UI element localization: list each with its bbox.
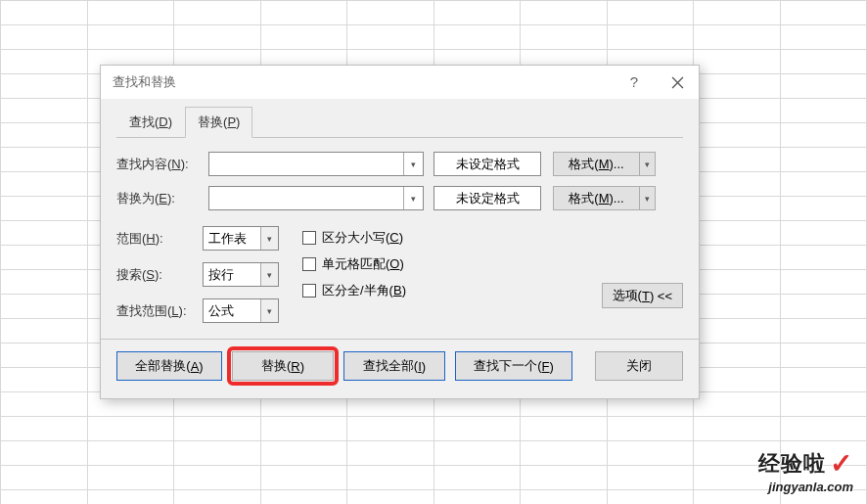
replace-button[interactable]: 替换(R)	[232, 351, 334, 381]
find-input-wrap: ▾	[208, 152, 424, 176]
match-case-checkbox[interactable]	[302, 231, 316, 245]
options-toggle-button[interactable]: 选项(T) <<	[602, 283, 683, 308]
check-icon: ✓	[830, 447, 853, 480]
replace-format-display: 未设定格式	[434, 186, 541, 210]
highlight-box	[227, 346, 339, 386]
dialog-titlebar[interactable]: 查找和替换 ?	[101, 66, 699, 99]
watermark-url: jingyanla.com	[758, 480, 853, 494]
match-cell-check[interactable]: 单元格匹配(O)	[302, 255, 406, 273]
match-width-check[interactable]: 区分全/半角(B)	[302, 282, 406, 299]
scope-label: 范围(H):	[116, 230, 203, 248]
search-select[interactable]: 按行 ▾	[203, 262, 279, 287]
chevron-down-icon[interactable]: ▾	[639, 153, 655, 175]
close-button[interactable]: 关闭	[595, 351, 683, 381]
close-icon[interactable]	[656, 66, 699, 99]
chevron-down-icon: ▾	[260, 299, 278, 322]
match-case-check[interactable]: 区分大小写(C)	[302, 229, 406, 247]
search-label: 搜索(S):	[116, 266, 203, 284]
find-input[interactable]	[208, 152, 424, 176]
match-cell-checkbox[interactable]	[302, 257, 316, 271]
scope-select[interactable]: 工作表 ▾	[203, 226, 279, 251]
help-icon[interactable]: ?	[613, 66, 656, 99]
chevron-down-icon[interactable]: ▾	[403, 153, 423, 175]
find-format-display: 未设定格式	[434, 152, 541, 176]
chevron-down-icon[interactable]: ▾	[639, 187, 655, 209]
chevron-down-icon: ▾	[260, 263, 278, 286]
find-replace-dialog: 查找和替换 ? 查找(D) 替换(P) 查找内容(N): ▾ 未设定格式 格式(…	[100, 65, 700, 399]
find-all-button[interactable]: 查找全部(I)	[343, 351, 445, 381]
lookin-label: 查找范围(L):	[116, 302, 203, 320]
find-label: 查找内容(N):	[116, 156, 203, 173]
match-width-checkbox[interactable]	[302, 284, 316, 298]
watermark-brand: 经验啦	[758, 449, 826, 479]
replace-label: 替换为(E):	[116, 190, 203, 207]
find-next-button[interactable]: 查找下一个(F)	[455, 351, 572, 381]
tab-replace[interactable]: 替换(P)	[185, 107, 252, 138]
replace-input-wrap: ▾	[208, 186, 424, 210]
chevron-down-icon: ▾	[260, 227, 278, 250]
replace-all-button[interactable]: 全部替换(A)	[116, 351, 222, 381]
replace-input[interactable]	[208, 186, 424, 210]
watermark: 经验啦 ✓ jingyanla.com	[758, 447, 853, 494]
dialog-title: 查找和替换	[113, 73, 613, 91]
chevron-down-icon[interactable]: ▾	[403, 187, 423, 209]
tab-strip: 查找(D) 替换(P)	[116, 107, 683, 138]
replace-format-button[interactable]: 格式(M)... ▾	[553, 186, 656, 210]
tab-find[interactable]: 查找(D)	[116, 107, 185, 138]
find-format-button[interactable]: 格式(M)... ▾	[553, 152, 656, 176]
lookin-select[interactable]: 公式 ▾	[203, 298, 279, 323]
